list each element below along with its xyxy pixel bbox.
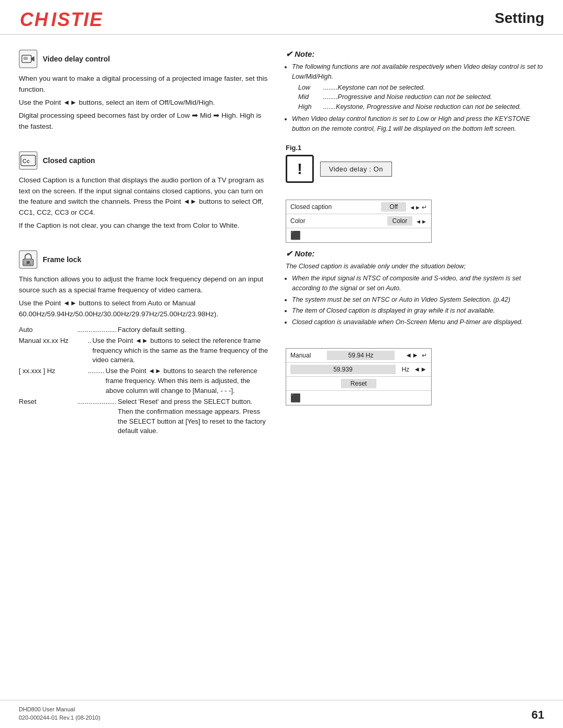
dl-manual: Manual xx.xx Hz .. Use the Point ◄► butt… — [19, 336, 269, 366]
frame-lock-title: Frame lock — [43, 255, 81, 264]
vd-note-low: Low........Keystone can not be selected. — [298, 83, 544, 93]
frame-lock-header: LOCK Frame lock — [19, 250, 269, 269]
svg-text:ISTIE: ISTIE — [51, 9, 102, 30]
osd2-back — [422, 352, 427, 359]
cc-note-item2: The system must be set on NTSC or Auto i… — [292, 295, 544, 305]
frame-lock-dl: Auto ..................... Factory defau… — [19, 325, 269, 436]
cc-note-item3: The item of Closed caption is displayed … — [292, 306, 544, 316]
dl-reset-val: Select 'Reset' and press the SELECT butt… — [118, 397, 269, 436]
svg-text:CH: CH — [20, 9, 49, 30]
cc-note-body: The Closed caption is available only und… — [286, 262, 544, 327]
cc-note-title: Note: — [286, 249, 544, 258]
closed-caption-header: Cc Closed caption — [19, 151, 269, 170]
cc-note-item1: When the input signal is NTSC of composi… — [292, 274, 544, 293]
fig-text-box: Video delay : On — [320, 162, 392, 177]
vd-note-title: Note: — [286, 50, 544, 59]
osd-cc-arrows — [409, 203, 427, 211]
dl-auto: Auto ..................... Factory defau… — [19, 325, 269, 335]
closed-caption-section: Cc Closed caption Closed Caption is a fu… — [19, 151, 269, 232]
dl-manual-key: Manual xx.xx Hz — [19, 336, 87, 366]
dl-reset: Reset ..................... Select 'Rese… — [19, 397, 269, 436]
vd-note-intro: The following functions are not availabl… — [292, 62, 544, 112]
main-content: Video delay control When you want to mak… — [0, 35, 563, 455]
frame-lock-osd: Manual 59.94 Hz ◄► 59.939 Hz ◄► Reset ⬛ — [286, 348, 432, 405]
fl-para2: Use the Point ◄► buttons to select from … — [19, 298, 269, 320]
footer-left: DHD800 User Manual 020-000244-01 Rev.1 (… — [19, 706, 100, 722]
svg-text:LOCK: LOCK — [23, 263, 31, 266]
frame-lock-body: This function allows you to adjust the f… — [19, 274, 269, 320]
dl-auto-key: Auto — [19, 325, 76, 335]
osd-color-value: Color — [387, 216, 413, 226]
svg-text:Cc: Cc — [22, 158, 30, 164]
page-header: CH ISTIE Setting — [0, 0, 563, 35]
osd2-arrows1: ◄► — [405, 351, 419, 359]
osd2-row2: 59.939 Hz ◄► — [286, 363, 431, 377]
left-column: Video delay control When you want to mak… — [19, 50, 269, 455]
vd-para1: When you want to make a digital processi… — [19, 73, 269, 95]
cc-para1: Closed Caption is a function that displa… — [19, 175, 269, 219]
osd2-footer: ⬛ — [286, 391, 431, 405]
osd-color-label: Color — [290, 217, 384, 225]
video-delay-body: When you want to make a digital processi… — [19, 73, 269, 132]
closed-caption-note: Note: The Closed caption is available on… — [286, 249, 544, 327]
fl-para1: This function allows you to adjust the f… — [19, 274, 269, 296]
cc-para2: If the Caption is not clear, you can cha… — [19, 220, 269, 231]
svg-marker-3 — [31, 56, 34, 61]
footer-manual: DHD800 User Manual — [19, 706, 100, 713]
right-column: Note: The following functions are not av… — [286, 50, 544, 455]
dl-manual-val: Use the Point ◄► buttons to select the r… — [92, 336, 269, 366]
back-arrow — [422, 203, 427, 211]
osd2-back-icon: ⬛ — [290, 393, 301, 403]
video-delay-title: Video delay control — [43, 55, 110, 63]
dl-xxhz: [ xx.xxx ] Hz ......... Use the Point ◄►… — [19, 366, 269, 396]
video-delay-section: Video delay control When you want to mak… — [19, 50, 269, 132]
footer-part: 020-000244-01 Rev.1 (08-2010) — [19, 714, 100, 722]
osd-cc-row: Closed caption Off — [286, 200, 431, 214]
left-right-arrow2 — [415, 217, 427, 225]
osd-footer: ⬛ — [286, 228, 431, 242]
osd2-manual-value: 59.94 Hz — [327, 351, 395, 360]
vd-note-extra: When Video delay control function is set… — [292, 114, 544, 134]
svg-rect-4 — [23, 57, 28, 60]
footer-page: 61 — [532, 708, 544, 722]
vd-note-high: High.......Keystone, Progressive and Noi… — [298, 102, 544, 112]
christie-logo-svg: CH ISTIE — [19, 6, 102, 30]
cc-note-item4: Closed caption is unavailable when On-Sc… — [292, 317, 544, 327]
frame-lock-icon: LOCK — [19, 250, 38, 269]
closed-caption-icon: Cc — [19, 151, 38, 170]
dl-xxhz-val: Use the Point ◄► buttons to search the r… — [106, 366, 269, 396]
video-delay-header: Video delay control — [19, 50, 269, 68]
osd2-reset-label: Reset — [341, 379, 376, 388]
page-footer: DHD800 User Manual 020-000244-01 Rev.1 (… — [0, 700, 563, 728]
vd-note-body: The following functions are not availabl… — [286, 62, 544, 133]
osd2-arrows2: ◄► — [413, 365, 427, 373]
osd2-hz-unit: Hz — [402, 366, 410, 373]
vd-para2: Use the Point ◄► buttons, select an item… — [19, 97, 269, 108]
left-right-arrow — [409, 203, 421, 211]
osd2-manual-label: Manual — [290, 352, 324, 359]
osd2-row3: Reset — [286, 377, 431, 391]
dl-auto-val: Factory default setting. — [118, 325, 269, 335]
video-delay-icon — [19, 50, 38, 68]
dl-reset-key: Reset — [19, 397, 76, 436]
vd-para3: Digital processing speed becomes fast by… — [19, 110, 269, 132]
osd-color-arrows — [415, 217, 427, 225]
logo: CH ISTIE — [19, 6, 102, 30]
osd2-row1: Manual 59.94 Hz ◄► — [286, 349, 431, 363]
osd-cc-value: Off — [381, 202, 406, 212]
osd-back-icon: ⬛ — [290, 230, 301, 240]
fig-display: ! Video delay : On — [286, 155, 544, 183]
dl-xxhz-key: [ xx.xxx ] Hz — [19, 366, 87, 396]
closed-caption-osd: Closed caption Off Color Color ⬛ — [286, 200, 432, 243]
osd-color-row: Color Color — [286, 214, 431, 228]
cc-note-intro: The Closed caption is available only und… — [286, 262, 544, 272]
video-delay-note: Note: The following functions are not av… — [286, 50, 544, 133]
fig-warning-icon: ! — [286, 155, 314, 183]
frame-lock-section: LOCK Frame lock This function allows you… — [19, 250, 269, 436]
closed-caption-body: Closed Caption is a function that displa… — [19, 175, 269, 232]
osd-cc-label: Closed caption — [290, 203, 378, 211]
page-title: Setting — [495, 10, 544, 27]
vd-note-mid: Mid........Progressive and Noise reducti… — [298, 92, 544, 102]
closed-caption-title: Closed caption — [43, 156, 95, 165]
fig-label: Fig.1 — [286, 144, 544, 152]
